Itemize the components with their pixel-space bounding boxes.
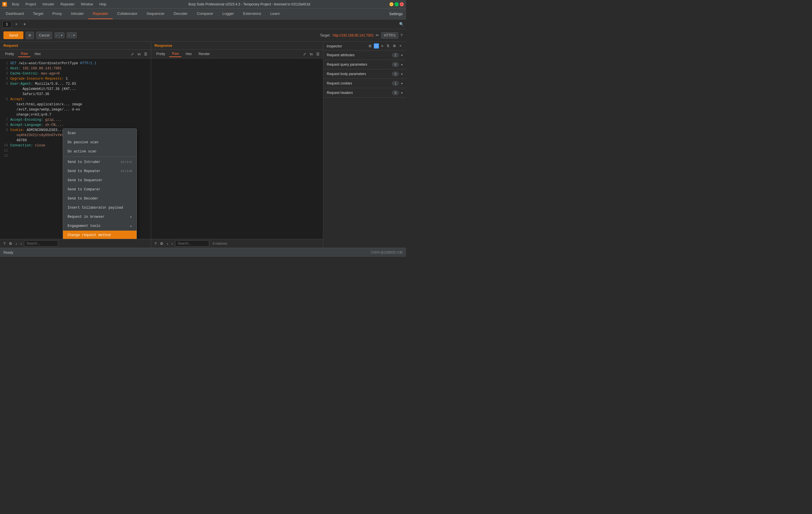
req-settings-icon[interactable]: ⚙ [8,241,13,246]
ctx-change-method[interactable]: Change request method [63,231,137,239]
req-help-icon[interactable]: ? [2,241,6,246]
nav-back-dropdown[interactable]: ▾ [59,32,64,38]
tab-extensions[interactable]: Extensions [238,8,266,19]
tab-pretty[interactable]: Pretty [2,51,17,57]
menu-project[interactable]: Project [23,2,39,7]
inspector-row-cookies[interactable]: Request cookies 1 ▾ [323,79,406,88]
resp-expand-icon[interactable]: ⤢ [302,51,307,57]
ctx-passive-scan[interactable]: Do passive scan [63,138,137,147]
menu-icon[interactable]: ☰ [143,51,149,57]
expand-icon[interactable]: ⤢ [130,51,135,57]
nav-forward-group: › ▾ [67,32,77,38]
nav-back-button[interactable]: ‹ [54,32,59,38]
ctx-request-browser[interactable]: Request in browser ▶ [63,212,137,221]
inspector-row-attributes[interactable]: Request attributes 2 ▾ [323,51,406,60]
status-bar: Ready CSDN @过期的扒力面 [0,248,406,257]
ctx-send-sequencer[interactable]: Send to Sequencer [63,176,137,185]
toolbar-right: Target: http://192.168.80.141:7001 ✏ HTT… [320,32,403,38]
ctx-send-repeater[interactable]: Send to Repeater Ctrl+R [63,167,137,176]
resp-tab-raw[interactable]: Raw [169,51,182,57]
close-button[interactable]: × [400,2,404,6]
ctx-active-scan[interactable]: Do active scan [63,147,137,156]
tab-search-area: 🔍 [399,22,404,26]
code-line-6: 6 Accept: text/html,application/x... ima… [2,97,149,117]
send-button[interactable]: Send [3,31,23,39]
edit-target-icon[interactable]: ✏ [376,33,379,37]
resp-back-icon[interactable]: ‹ [166,241,169,246]
inspector-row-headers[interactable]: Request headers 9 ▾ [323,88,406,97]
insp-sort-icon[interactable]: ⇅ [385,44,390,49]
resp-tab-hex[interactable]: Hex [183,51,195,57]
resp-settings-icon[interactable]: ⚙ [159,241,165,246]
resp-forward-icon[interactable]: › [171,241,174,246]
toolbar: Send ⚙ Cancel ‹ ▾ › ▾ Target: http://192… [0,29,406,42]
settings-area[interactable]: Settings [387,8,405,19]
request-bottom-toolbar: ? ⚙ ‹ › [0,239,151,248]
inspector-count-cookies: 1 [392,81,399,86]
request-panel: Request Pretty Raw Hex ⤢ \n ☰ 1 GET /wls… [0,42,151,248]
tab-raw[interactable]: Raw [18,51,30,57]
code-line-7: 7 Accept-Encoding: gzip,... [2,117,149,123]
resp-help-icon[interactable]: ? [153,241,158,246]
code-line-3: 3 Cache-Control: max-age=0 [2,71,149,76]
tab-target[interactable]: Target [29,8,48,19]
settings-button[interactable]: ⚙ [26,32,34,39]
settings-label[interactable]: Settings [389,12,403,16]
resp-menu-icon[interactable]: ☰ [315,51,321,57]
menu-intruder[interactable]: Intruder [40,2,57,7]
tab-logger[interactable]: Logger [218,8,238,19]
insp-view-2[interactable]: ⊟ [374,44,379,49]
tab-sequencer[interactable]: Sequencer [142,8,169,19]
ctx-send-intruder[interactable]: Send to Intruder Ctrl+I [63,158,137,167]
tab-decoder[interactable]: Decoder [169,8,192,19]
tab-proxy[interactable]: Proxy [48,8,66,19]
tab-hex[interactable]: Hex [32,51,44,57]
tab-learn[interactable]: Learn [266,8,284,19]
tab-dashboard[interactable]: Dashboard [1,8,29,19]
insp-close-icon[interactable]: × [398,44,403,49]
tab-search-icon[interactable]: 🔍 [399,22,404,26]
newline-icon[interactable]: \n [136,51,142,57]
req-forward-icon[interactable]: › [19,241,23,246]
tab-intruder[interactable]: Intruder [66,8,88,19]
tab-repeater[interactable]: Repeater [88,8,113,19]
tab-comparer[interactable]: Comparer [192,8,218,19]
inspector-row-body-params[interactable]: Request body parameters 0 ▾ [323,69,406,79]
ctx-engagement-tools[interactable]: Engagement tools ▶ [63,221,137,231]
inspector-row-query-params[interactable]: Request query parameters 0 ▾ [323,60,406,69]
insp-settings-icon[interactable]: ⚙ [392,44,397,49]
ctx-send-comparer[interactable]: Send to Comparer [63,185,137,194]
http-version[interactable]: HTTP/1 [381,32,398,38]
maximize-button[interactable]: □ [395,2,399,6]
nav-forward-dropdown[interactable]: ▾ [71,32,77,38]
insp-align-icon[interactable]: ≡ [380,44,384,49]
http-help-icon[interactable]: ? [401,33,403,37]
insp-view-1[interactable]: ⊞ [368,44,373,49]
tab-collaborator[interactable]: Collaborator [113,8,142,19]
resp-tab-render[interactable]: Render [196,51,213,57]
menu-window[interactable]: Window [78,2,96,7]
response-search-input[interactable] [175,240,209,247]
close-tab-button[interactable]: × [12,21,21,28]
search-match-count: 0 matches [213,242,227,245]
nav-forward-button[interactable]: › [67,32,71,38]
repeater-tab-1[interactable]: 1 [2,21,12,28]
request-search-input[interactable] [24,240,58,247]
ctx-insert-collaborator[interactable]: Insert Collaborator payload [63,203,137,212]
add-tab-button[interactable]: + [21,21,28,27]
cancel-button[interactable]: Cancel [36,32,52,39]
menu-repeater[interactable]: Repeater [58,2,77,7]
chevron-body-params-icon: ▾ [401,73,403,76]
req-back-icon[interactable]: ‹ [14,241,18,246]
code-line-2: 2 Host: 192.168.80.141:7001 [2,66,149,71]
response-code-area[interactable] [151,58,323,239]
ctx-scan[interactable]: Scan [63,129,137,138]
minimize-button[interactable]: − [389,2,394,6]
resp-newline-icon[interactable]: \n [309,51,314,57]
menu-help[interactable]: Help [96,2,109,7]
request-code-area[interactable]: 1 GET /wls-wsat/CoordinatorPortType HTTP… [0,58,151,239]
menu-burp[interactable]: Burp [9,2,22,7]
resp-tab-pretty[interactable]: Pretty [153,51,168,57]
inspector-section-cookies: Request cookies 1 ▾ [323,79,406,88]
ctx-send-decoder[interactable]: Send to Decoder [63,194,137,203]
